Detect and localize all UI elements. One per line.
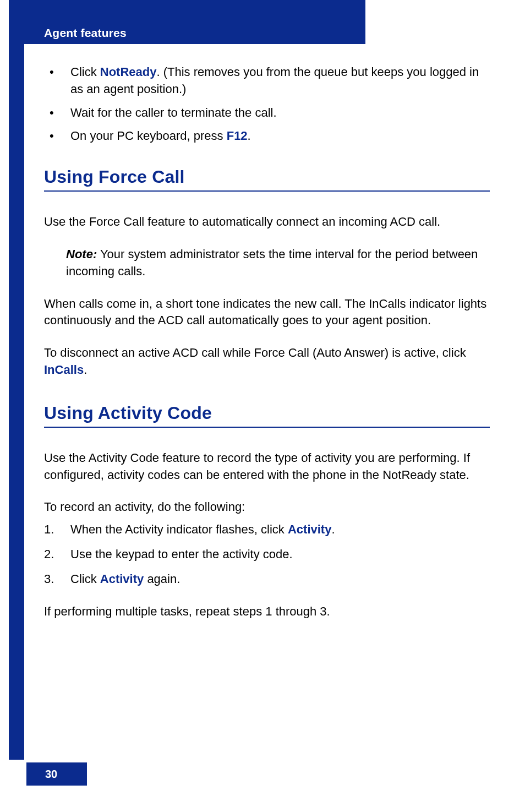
text-run: When the Activity indicator flashes, cli…: [70, 522, 288, 536]
activity-link[interactable]: Activity: [100, 572, 144, 586]
text-run: .: [248, 129, 251, 143]
note-label: Note:: [66, 247, 97, 261]
paragraph: When calls come in, a short tone indicat…: [44, 296, 490, 330]
note-block: Note: Your system administrator sets the…: [44, 246, 490, 280]
text-run: On your PC keyboard, press: [70, 129, 227, 143]
step-item: 2. Use the keypad to enter the activity …: [44, 546, 490, 563]
text-run: Click: [70, 572, 100, 586]
activity-link[interactable]: Activity: [288, 522, 331, 536]
step-number: 2.: [44, 546, 54, 563]
paragraph: Use the Force Call feature to automatica…: [44, 214, 490, 231]
step-number: 3.: [44, 571, 54, 588]
bullet-item: Click NotReady. (This removes you from t…: [44, 64, 490, 98]
text-run: Click: [70, 65, 100, 79]
page-number-box: 30: [26, 762, 87, 786]
step-number: 1.: [44, 521, 54, 538]
text-run: again.: [144, 572, 180, 586]
section-heading-force-call: Using Force Call: [44, 167, 490, 192]
text-run: To disconnect an active ACD call while F…: [44, 346, 466, 359]
text-run: .: [84, 363, 87, 377]
paragraph: If performing multiple tasks, repeat ste…: [44, 603, 490, 620]
text-run: .: [331, 522, 335, 536]
side-accent-bar: [9, 0, 24, 760]
page-content: Click NotReady. (This removes you from t…: [44, 64, 490, 620]
text-run: Use the keypad to enter the activity cod…: [70, 547, 293, 561]
page-number: 30: [45, 768, 57, 781]
intro-bullet-list: Click NotReady. (This removes you from t…: [44, 64, 490, 145]
header-title: Agent features: [44, 26, 127, 40]
ordered-steps: 1. When the Activity indicator flashes, …: [44, 521, 490, 587]
paragraph: To disconnect an active ACD call while F…: [44, 345, 490, 379]
note-text: Your system administrator sets the time …: [66, 247, 478, 278]
text-run: Wait for the caller to terminate the cal…: [70, 106, 277, 119]
paragraph: To record an activity, do the following:: [44, 499, 490, 516]
step-item: 3. Click Activity again.: [44, 571, 490, 588]
step-item: 1. When the Activity indicator flashes, …: [44, 521, 490, 538]
section-heading-activity-code: Using Activity Code: [44, 403, 490, 428]
paragraph: Use the Activity Code feature to record …: [44, 450, 490, 484]
f12-key-label: F12: [227, 129, 248, 143]
bullet-item: On your PC keyboard, press F12.: [44, 128, 490, 145]
notready-link[interactable]: NotReady: [100, 65, 157, 79]
incalls-link[interactable]: InCalls: [44, 363, 84, 377]
bullet-item: Wait for the caller to terminate the cal…: [44, 105, 490, 122]
